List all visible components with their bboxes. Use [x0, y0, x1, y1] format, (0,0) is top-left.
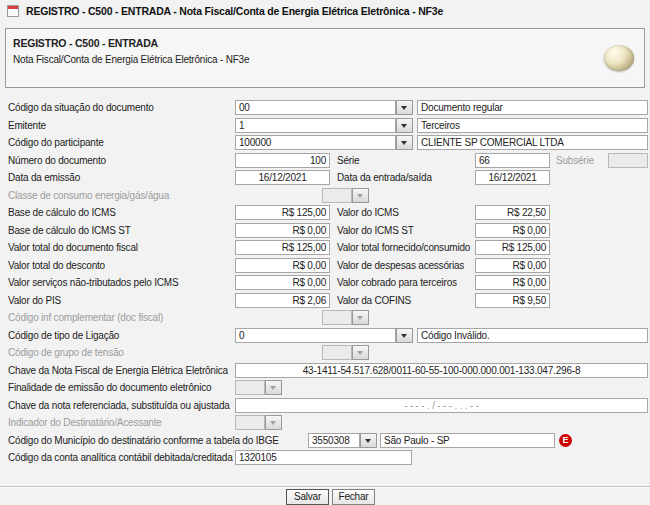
bc-icms-st-label: Base de cálculo do ICMS ST — [8, 225, 131, 236]
municipio-ibge-label: Código do Município do destinatário conf… — [8, 435, 279, 446]
finalidade-label: Finalidade de emissão do documento eletr… — [8, 382, 211, 393]
tipo-ligacao-dropdown-button[interactable] — [396, 328, 413, 343]
tipo-ligacao-input[interactable]: 0 — [235, 328, 396, 343]
window-titlebar: REGISTRO - C500 - ENTRADA - Nota Fiscal/… — [0, 0, 650, 24]
classe-consumo-label: Classe de consumo energia/gás/água — [8, 190, 169, 201]
serie-label: Série — [337, 155, 359, 166]
grupo-tensao-dropdown-button — [352, 345, 369, 360]
despesas-acessorias-input[interactable]: R$ 0,00 — [475, 258, 550, 273]
valor-icms-input[interactable]: R$ 22,50 — [475, 205, 550, 220]
numero-label: Número do documento — [8, 155, 106, 166]
bc-icms-label: Base de cálculo do ICMS — [8, 207, 116, 218]
valor-icms-st-input[interactable]: R$ 0,00 — [475, 223, 550, 238]
chevron-down-icon — [365, 439, 371, 446]
row-inf-complementar: Código inf complementar (doc fiscal) — [0, 310, 650, 328]
valor-pis-input[interactable]: R$ 2,06 — [235, 293, 330, 308]
register-form: Código da situação do documento 00 Docum… — [0, 100, 650, 468]
indicador-destinatario-dropdown-button — [265, 415, 282, 430]
valor-icms-st-label: Valor do ICMS ST — [337, 225, 414, 236]
participante-input[interactable]: 100000 — [235, 135, 396, 150]
inf-complementar-label: Código inf complementar (doc fiscal) — [8, 312, 163, 323]
data-emissao-input[interactable]: 16/12/2021 — [235, 170, 330, 185]
chave-referenciada-input[interactable]: - - - - . / - - - . . . - - — [235, 398, 648, 413]
row-conta-contabil: Código da conta analítica contábil debit… — [0, 450, 650, 468]
valor-pis-label: Valor do PIS — [8, 295, 61, 306]
inf-complementar-dropdown-button — [352, 310, 369, 325]
valor-fornecido-label: Valor total fornecido/consumido — [337, 242, 470, 253]
indicador-destinatario-input — [235, 415, 265, 430]
cobrado-terceiros-input[interactable]: R$ 0,00 — [475, 275, 550, 290]
row-classe-consumo: Classe de consumo energia/gás/água — [0, 188, 650, 206]
emitente-input[interactable]: 1 — [235, 118, 396, 133]
row-valor-doc: Valor total do documento fiscal R$ 125,0… — [0, 240, 650, 258]
valor-doc-label: Valor total do documento fiscal — [8, 242, 138, 253]
conta-contabil-label: Código da conta analítica contábil debit… — [8, 452, 233, 463]
row-chave-nf: Chave da Nota Fiscal de Energia Elétrica… — [0, 363, 650, 381]
valor-fornecido-input[interactable]: R$ 125,00 — [475, 240, 550, 255]
valor-nao-tributado-input[interactable]: R$ 0,00 — [235, 275, 330, 290]
chevron-down-icon — [401, 141, 407, 148]
valor-cofins-label: Valor da COFINS — [337, 295, 411, 306]
data-emissao-label: Data da emissão — [8, 172, 80, 183]
chevron-down-icon — [357, 316, 363, 323]
row-pis-cofins: Valor do PIS R$ 2,06 Valor da COFINS R$ … — [0, 293, 650, 311]
municipio-ibge-input[interactable]: 3550308 — [308, 433, 360, 448]
row-indicador-destinatario: Indicador do Destinatário/Acessante — [0, 415, 650, 433]
row-participante: Código do participante 100000 CLIENTE SP… — [0, 135, 650, 153]
row-municipio-ibge: Código do Município do destinatário conf… — [0, 433, 650, 451]
situacao-desc-field[interactable]: Documento regular — [417, 100, 648, 115]
row-tipo-ligacao: Código de tipo de Ligação 0 Código Invál… — [0, 328, 650, 346]
save-button[interactable]: Salvar — [286, 489, 329, 505]
window-title: REGISTRO - C500 - ENTRADA - Nota Fiscal/… — [26, 5, 443, 17]
conta-contabil-input[interactable]: 1320105 — [235, 450, 412, 465]
bc-icms-input[interactable]: R$ 125,00 — [235, 205, 330, 220]
participante-dropdown-button[interactable] — [396, 135, 413, 150]
error-badge-icon: E — [559, 434, 572, 447]
footer-separator — [0, 486, 650, 488]
subserie-input[interactable] — [608, 153, 648, 168]
serie-input[interactable]: 66 — [475, 153, 550, 168]
chave-referenciada-label: Chave da nota referenciada, substituída … — [8, 400, 230, 411]
situacao-dropdown-button[interactable] — [396, 100, 413, 115]
chave-nf-label: Chave da Nota Fiscal de Energia Elétrica… — [8, 365, 228, 376]
register-header-panel: REGISTRO - C500 - ENTRADA Nota Fiscal/Co… — [5, 28, 645, 88]
tipo-ligacao-label: Código de tipo de Ligação — [8, 330, 119, 341]
situacao-input[interactable]: 00 — [235, 100, 396, 115]
emitente-dropdown-button[interactable] — [396, 118, 413, 133]
chevron-down-icon — [270, 386, 276, 393]
close-button[interactable]: Fechar — [332, 489, 375, 505]
classe-consumo-input — [322, 188, 352, 203]
subserie-label: Subsérie — [556, 155, 594, 166]
chevron-down-icon — [357, 194, 363, 201]
grupo-tensao-input — [322, 345, 352, 360]
chevron-down-icon — [357, 351, 363, 358]
numero-input[interactable]: 100 — [235, 153, 330, 168]
valor-nao-tributado-label: Valor serviços não-tributados pelo ICMS — [8, 277, 178, 288]
row-emitente: Emitente 1 Terceiros — [0, 118, 650, 136]
emitente-desc-field[interactable]: Terceiros — [417, 118, 648, 133]
municipio-ibge-desc-field[interactable]: São Paulo - SP — [380, 433, 555, 448]
row-datas: Data da emissão 16/12/2021 Data da entra… — [0, 170, 650, 188]
municipio-ibge-dropdown-button[interactable] — [360, 433, 377, 448]
coin-icon — [604, 45, 634, 71]
data-entrada-input[interactable]: 16/12/2021 — [475, 170, 550, 185]
indicador-destinatario-label: Indicador do Destinatário/Acessante — [8, 417, 162, 428]
register-subtitle: Nota Fiscal/Conta de Energia Elétrica El… — [13, 54, 249, 65]
window-icon — [7, 5, 19, 17]
valor-cofins-input[interactable]: R$ 9,50 — [475, 293, 550, 308]
row-grupo-tensao: Código de grupo de tensão — [0, 345, 650, 363]
emitente-label: Emitente — [8, 120, 46, 131]
cobrado-terceiros-label: Valor cobrado para terceiros — [337, 277, 457, 288]
register-title: REGISTRO - C500 - ENTRADA — [13, 37, 158, 49]
row-bc-icms-st: Base de cálculo do ICMS ST R$ 0,00 Valor… — [0, 223, 650, 241]
chevron-down-icon — [401, 334, 407, 341]
row-bc-icms: Base de cálculo do ICMS R$ 125,00 Valor … — [0, 205, 650, 223]
chave-nf-input[interactable]: 43-1411-54.517.628/0011-60-55-100-000.00… — [235, 363, 648, 378]
tipo-ligacao-desc-field[interactable]: Código Inválido. — [417, 328, 648, 343]
bc-icms-st-input[interactable]: R$ 0,00 — [235, 223, 330, 238]
valor-desconto-input[interactable]: R$ 0,00 — [235, 258, 330, 273]
participante-desc-field[interactable]: CLIENTE SP COMERCIAL LTDA — [417, 135, 648, 150]
data-entrada-label: Data da entrada/saída — [337, 172, 432, 183]
valor-doc-input[interactable]: R$ 125,00 — [235, 240, 330, 255]
row-valor-desconto: Valor total do desconto R$ 0,00 Valor de… — [0, 258, 650, 276]
